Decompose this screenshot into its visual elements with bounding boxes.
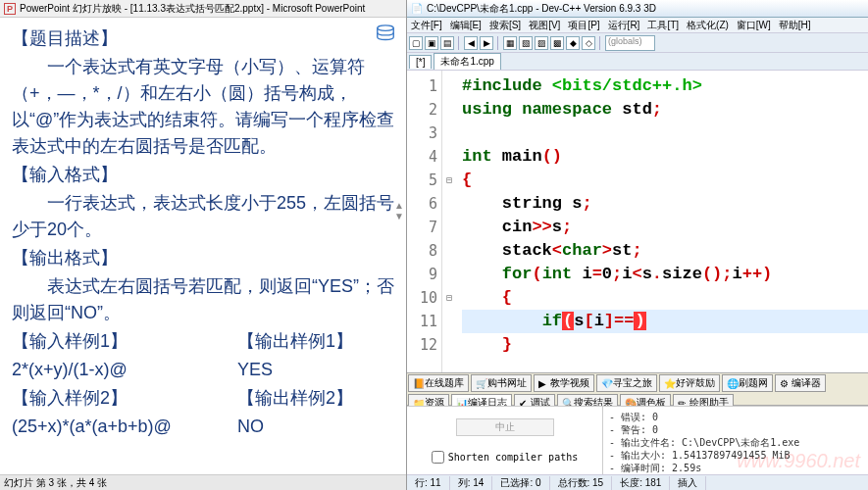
tb-rebuild-icon[interactable]: ▩ <box>550 36 564 50</box>
devcpp-title-text: C:\DevCPP\未命名1.cpp - Dev-C++ Version 6.9… <box>427 2 656 16</box>
tb-compilerun-icon[interactable]: ▨ <box>535 36 548 50</box>
gear-icon: ⚙ <box>780 378 790 388</box>
scroll-indicator[interactable]: ▲▼ <box>394 200 404 221</box>
svg-point-0 <box>378 25 394 31</box>
sample1-in-label: 【输入样例1】 <box>12 328 237 355</box>
gem-icon: 💎 <box>601 378 611 388</box>
devcpp-toolbar: ▢ ▣ ▤ ◀ ▶ ▦ ▧ ▨ ▩ ◆ ◇ (globals) <box>407 33 868 53</box>
tb-run-icon[interactable]: ▧ <box>519 36 533 50</box>
slide-body: ▲▼ 【题目描述】 一个表达式有英文字母（小写）、运算符（+，—，*，/）和左右… <box>0 18 406 474</box>
tb-new-icon[interactable]: ▢ <box>409 36 423 50</box>
devcpp-statusbar: 行: 11 列: 14 已选择: 0 总行数: 15 长度: 181 插入 <box>407 474 868 490</box>
tb-fwd-icon[interactable]: ▶ <box>480 36 493 50</box>
heading-desc: 【题目描述】 <box>12 25 398 52</box>
status-col: 列: 14 <box>450 476 493 490</box>
status-total: 总行数: 15 <box>550 476 613 490</box>
menu-help[interactable]: 帮助[H] <box>779 19 811 32</box>
video-icon: ▶ <box>538 378 548 388</box>
powerpoint-title-text: PowerPoint 幻灯片放映 - [11.13.3表达式括号匹配2.pptx… <box>20 2 365 16</box>
menu-file[interactable]: 文件[F] <box>411 19 442 32</box>
devcpp-app-icon: 📄 <box>411 3 423 14</box>
menu-tools[interactable]: 工具[T] <box>647 19 679 32</box>
menu-search[interactable]: 搜索[S] <box>489 19 521 32</box>
powerpoint-window: P PowerPoint 幻灯片放映 - [11.13.3表达式括号匹配2.pp… <box>0 0 407 490</box>
scope-combo[interactable]: (globals) <box>605 35 655 51</box>
powerpoint-titlebar: P PowerPoint 幻灯片放映 - [11.13.3表达式括号匹配2.pp… <box>0 0 406 18</box>
btab-practice[interactable]: 🌐刷题网 <box>722 374 773 392</box>
line-gutter: 123456789101112 <box>407 71 442 372</box>
fold-gutter[interactable]: ⊟⊟ <box>442 71 456 372</box>
shorten-paths-checkbox[interactable]: Shorten compiler paths <box>432 451 578 464</box>
menu-view[interactable]: 视图[V] <box>529 19 560 32</box>
devcpp-titlebar: 📄 C:\DevCPP\未命名1.cpp - Dev-C++ Version 6… <box>407 0 868 18</box>
status-ins: 插入 <box>670 476 706 490</box>
btab-compiler[interactable]: ⚙编译器 <box>775 374 826 392</box>
devcpp-menubar[interactable]: 文件[F] 编辑[E] 搜索[S] 视图[V] 项目[P] 运行[R] 工具[T… <box>407 18 868 33</box>
input-text: 一行表达式，表达式长度小于255，左圆括号少于20个。 <box>12 190 398 243</box>
tb-compile-icon[interactable]: ▦ <box>503 36 517 50</box>
abort-button[interactable]: 中止 <box>456 418 554 436</box>
menu-project[interactable]: 项目[P] <box>568 19 599 32</box>
menu-window[interactable]: 窗口[W] <box>737 19 771 32</box>
sample2-in-value: (25+x)*(a*(a+b+b)@ <box>12 414 237 440</box>
tb-debug-icon[interactable]: ◆ <box>566 36 580 50</box>
powerpoint-icon: P <box>4 3 16 15</box>
devcpp-window: 📄 C:\DevCPP\未命名1.cpp - Dev-C++ Version 6… <box>407 0 868 490</box>
btab-online[interactable]: 📙在线题库 <box>408 374 469 392</box>
btab-video[interactable]: ▶教学视频 <box>534 374 594 392</box>
tb-open-icon[interactable]: ▣ <box>425 36 438 50</box>
bottom-tabstrip: 📙在线题库 🛒购书网址 ▶教学视频 💎寻宝之旅 ⭐好评鼓励 🌐刷题网 ⚙编译器 … <box>407 372 868 406</box>
btab-rate[interactable]: ⭐好评鼓励 <box>659 374 720 392</box>
sample2-in-label: 【输入样例2】 <box>12 385 237 412</box>
code-text[interactable]: #include <bits/stdc++.h> using namespace… <box>456 71 868 372</box>
tb-back-icon[interactable]: ◀ <box>464 36 478 50</box>
btab-shop[interactable]: 🛒购书网址 <box>471 374 532 392</box>
desc-text: 一个表达式有英文字母（小写）、运算符（+，—，*，/）和左右小（圆）括号构成，以… <box>12 54 398 160</box>
status-line: 行: 11 <box>407 476 450 490</box>
heading-input: 【输入格式】 <box>12 162 398 188</box>
menu-edit[interactable]: 编辑[E] <box>450 19 482 32</box>
database-icon[interactable] <box>375 24 396 48</box>
status-len: 长度: 181 <box>612 476 670 490</box>
book-icon: 📙 <box>413 378 423 388</box>
tab-modified-indicator[interactable]: [*] <box>409 55 432 69</box>
tab-file[interactable]: 未命名1.cpp <box>434 53 500 70</box>
menu-format[interactable]: 格式化(Z) <box>687 19 729 32</box>
problem-content: 【题目描述】 一个表达式有英文字母（小写）、运算符（+，—，*，/）和左右小（圆… <box>12 25 398 440</box>
heading-output: 【输出格式】 <box>12 245 398 271</box>
editor-tabstrip: [*] 未命名1.cpp <box>407 53 868 71</box>
menu-run[interactable]: 运行[R] <box>608 19 640 32</box>
output-text: 表达式左右圆括号若匹配，则返回“YES”；否则返回“NO”。 <box>12 273 398 326</box>
sample1-out-label: 【输出样例1】 <box>237 328 353 355</box>
compiler-output: - 错误: 0 - 警告: 0 - 输出文件名: C:\DevCPP\未命名1.… <box>603 407 868 474</box>
sample2-out-label: 【输出样例2】 <box>237 385 353 412</box>
btab-treasure[interactable]: 💎寻宝之旅 <box>596 374 657 392</box>
status-sel: 已选择: 0 <box>492 476 549 490</box>
sample1-out-value: YES <box>237 357 273 383</box>
sample1-in-value: 2*(x+y)/(1-x)@ <box>12 357 237 383</box>
cart-icon: 🛒 <box>476 378 485 388</box>
sample2-out-value: NO <box>237 414 264 440</box>
tb-stop-icon[interactable]: ◇ <box>582 36 595 50</box>
slide-counter: 幻灯片 第 3 张，共 4 张 <box>4 476 107 490</box>
code-editor[interactable]: 123456789101112 ⊟⊟ #include <bits/stdc++… <box>407 71 868 372</box>
star-icon: ⭐ <box>664 378 674 388</box>
powerpoint-statusbar: 幻灯片 第 3 张，共 4 张 <box>0 474 406 490</box>
compiler-panel: 中止 Shorten compiler paths - 错误: 0 - 警告: … <box>407 406 868 474</box>
globe-icon: 🌐 <box>727 378 737 388</box>
tb-save-icon[interactable]: ▤ <box>440 36 454 50</box>
